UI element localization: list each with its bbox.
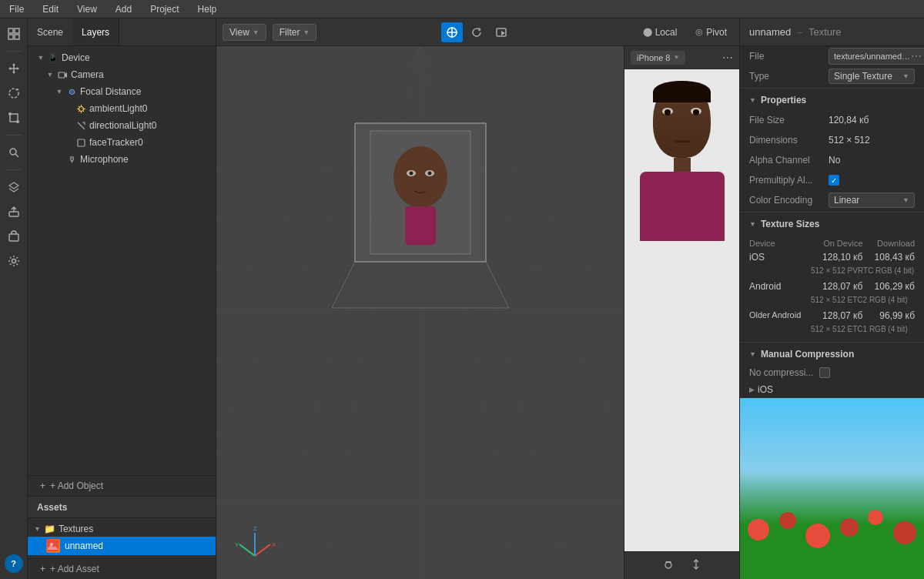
add-asset-button[interactable]: + + Add Asset: [28, 558, 216, 579]
ts-android-label: Android: [749, 281, 811, 292]
ts-android-ondevice-data: 128,07 кб: [814, 281, 863, 292]
left-pupil: [665, 109, 671, 115]
toolbar-help-icon[interactable]: ?: [5, 554, 23, 573]
ts-older-ondevice-data: 128,07 кб: [814, 310, 863, 321]
menu-edit[interactable]: Edit: [39, 2, 62, 16]
tree-ambient[interactable]: ambientLight0: [28, 100, 216, 117]
file-more-icon[interactable]: ⋯: [911, 50, 922, 62]
pivot-icon: ◎: [695, 27, 703, 37]
iphone-flip-icon[interactable]: [690, 558, 702, 573]
svg-text:Y: Y: [235, 541, 239, 548]
viewport-right-controls: ⬤ Local ◎ Pivot: [637, 25, 733, 40]
no-compression-checkbox[interactable]: [819, 367, 830, 378]
iphone-screen: [624, 69, 739, 551]
menu-help[interactable]: Help: [195, 2, 220, 16]
svg-point-55: [428, 172, 432, 176]
3d-plane-svg: [332, 108, 509, 316]
toolbar-sep-1: [6, 51, 22, 52]
viewport-canvas[interactable]: X Y Z iPhone 8 ▼ ⋯: [216, 46, 739, 579]
color-encoding-value: Linear: [834, 195, 859, 206]
file-value[interactable]: textures/unnamed.jpg ⋯: [829, 48, 924, 65]
poppy-3: [805, 524, 830, 579]
folder-icon: 📁: [44, 524, 55, 534]
toolbar-scale-icon[interactable]: [5, 109, 23, 127]
tool-capture[interactable]: [490, 22, 512, 42]
ios-arrow-icon: ▶: [749, 386, 755, 393]
toolbar-move-icon[interactable]: [5, 59, 23, 78]
premultiply-checkbox[interactable]: ✓: [829, 175, 839, 186]
ambient-icon: [75, 103, 86, 114]
tree-camera[interactable]: ▼ Camera: [28, 66, 216, 83]
3d-face-object[interactable]: [332, 108, 509, 316]
iphone-more-icon[interactable]: ⋯: [722, 52, 733, 64]
ts-android-download: 106,29 кб: [866, 281, 916, 292]
tree-facetracker[interactable]: faceTracker0: [28, 134, 216, 151]
menu-add[interactable]: Add: [112, 2, 135, 16]
toolbar-grid-icon[interactable]: [5, 25, 23, 43]
tree-microphone[interactable]: 🎙 Microphone: [28, 151, 216, 168]
person-neck: [674, 158, 691, 172]
tool-refresh[interactable]: [466, 22, 487, 42]
toolbar-publish-icon[interactable]: [5, 202, 23, 221]
svg-marker-6: [8, 67, 11, 70]
menu-project[interactable]: Project: [147, 2, 182, 16]
camera-label: Camera: [71, 69, 104, 80]
3d-view[interactable]: X Y Z: [216, 46, 624, 579]
camera-icon: [57, 69, 68, 80]
tree-directional[interactable]: directionalLight0: [28, 117, 216, 134]
svg-rect-15: [9, 234, 18, 241]
manual-compression-header[interactable]: ▼ Manual Compression: [740, 344, 924, 364]
toolbar-rotate-icon[interactable]: [5, 84, 23, 102]
toolbar-search-icon[interactable]: [5, 143, 23, 162]
viewport-tools: [323, 22, 630, 42]
assets-tree: ▼ 📁 Textures unnamed: [28, 518, 216, 558]
properties-section-header[interactable]: ▼ Properties: [740, 90, 924, 110]
local-label: Local: [655, 27, 678, 38]
folder-arrow-icon: ▼: [34, 525, 41, 533]
type-dropdown[interactable]: Single Texture ▼: [829, 69, 915, 84]
file-path: textures/unnamed.jpg: [834, 52, 911, 61]
ts-ios-row: iOS 128,10 кб 108,43 кб: [749, 249, 915, 265]
scene-tree: ▼ 📱 Device ▼ Camera ▼ Focal Distance: [28, 46, 216, 475]
textures-folder[interactable]: ▼ 📁 Textures: [28, 521, 216, 537]
menu-view[interactable]: View: [74, 2, 100, 16]
tree-device[interactable]: ▼ 📱 Device: [28, 49, 216, 66]
ts-android-subtitle: 512 × 512 ETC2 RGB (4 bit): [749, 294, 915, 308]
filter-arrow-icon: ▼: [303, 28, 310, 36]
color-encoding-dropdown[interactable]: Linear ▼: [829, 192, 915, 208]
tab-layers[interactable]: Layers: [72, 18, 119, 45]
menu-file[interactable]: File: [6, 2, 27, 16]
iphone-selector[interactable]: iPhone 8 ▼: [631, 51, 685, 65]
local-icon: ⬤: [643, 27, 652, 37]
texture-sizes-header[interactable]: ▼ Texture Sizes: [740, 214, 924, 234]
toolbar-assets-icon[interactable]: [5, 227, 23, 246]
arrow-ambient: [65, 105, 72, 112]
divider-1: [740, 88, 924, 89]
filter-button[interactable]: Filter ▼: [273, 24, 317, 41]
texture-sizes-table: Device On Device Download iOS 128,10 кб …: [740, 234, 924, 340]
rp-dimensions-row: Dimensions 512 × 512: [740, 130, 924, 150]
pivot-toggle[interactable]: ◎ Pivot: [689, 25, 733, 40]
dimensions-label: Dimensions: [749, 135, 822, 146]
iphone-camera-icon[interactable]: [662, 558, 675, 573]
rp-premultiply-row: Premultiply Al... ✓: [740, 170, 924, 190]
tree-focal[interactable]: ▼ Focal Distance: [28, 83, 216, 100]
assets-header: Assets: [28, 497, 216, 518]
svg-line-57: [255, 544, 270, 556]
svg-rect-22: [78, 139, 85, 146]
ts-older-download-data: 96,99 кб: [866, 310, 916, 321]
left-panel: Scene Layers ▼ 📱 Device ▼ Camera ▼: [28, 18, 216, 579]
asset-unnamed[interactable]: unnamed: [28, 537, 216, 555]
rp-subtitle: Texture: [808, 26, 842, 38]
dimensions-value: 512 × 512: [829, 135, 915, 146]
add-object-icon: +: [40, 480, 45, 491]
toolbar-layers-icon[interactable]: [5, 178, 23, 196]
local-toggle[interactable]: ⬤ Local: [637, 25, 684, 40]
view-button[interactable]: View ▼: [223, 24, 266, 41]
add-object-button[interactable]: + + Add Object: [28, 475, 216, 496]
tool-crosshair[interactable]: [441, 22, 463, 42]
svg-line-58: [239, 544, 255, 556]
ios-collapse-row[interactable]: ▶ iOS: [740, 381, 924, 398]
svg-rect-2: [8, 35, 13, 39]
toolbar-settings-icon[interactable]: [5, 252, 23, 270]
